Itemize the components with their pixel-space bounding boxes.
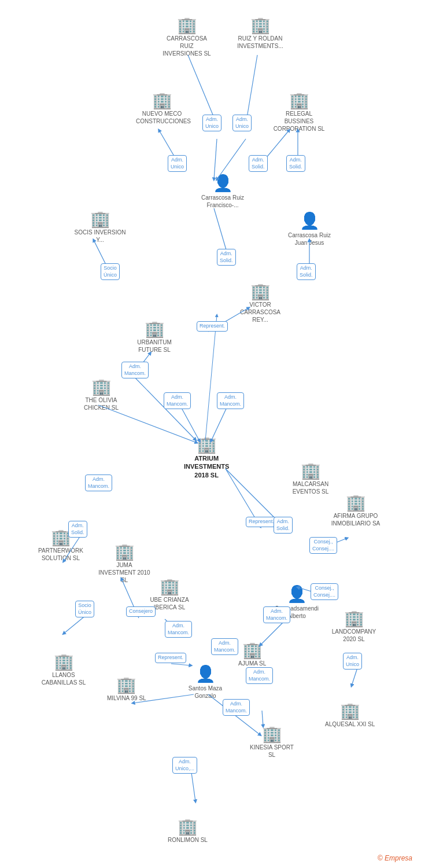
building-icon: 🏢 <box>116 677 136 693</box>
node-label: NUEVO MECO CONSTRUCCIONES <box>136 110 188 125</box>
badge-socio-unico-2: SocioÚnico <box>75 601 94 617</box>
badge-adm-solid-5: Adm.Solid. <box>68 521 87 538</box>
node-relegal: 🏢 RELEGAL BUSSINES CORPORATION SL <box>273 93 325 133</box>
node-nuevo-meco: 🏢 NUEVO MECO CONSTRUCCIONES <box>136 93 188 125</box>
person-icon: 👤 <box>195 664 216 683</box>
badge-adm-mancom-2: Adm.Mancom. <box>164 392 191 409</box>
badge-adm-unico-1: Adm.Unico <box>202 115 221 131</box>
badge-represent-2: Represent. <box>246 517 277 527</box>
building-icon: 🏢 <box>90 211 110 227</box>
building-icon: 🏢 <box>301 463 321 479</box>
badge-socio-unico-1: SocioÚnico <box>101 263 120 280</box>
node-label: JUMA INVESTMENT 2010 SL <box>98 561 150 584</box>
node-santos-maza: 👤 Santos Maza Gonzalo <box>179 664 231 700</box>
badge-adm-mancom-8: Adm.Mancom. <box>246 667 273 684</box>
node-juma: 🏢 JUMA INVESTMENT 2010 SL <box>98 544 150 584</box>
node-label: MALCARSAN EVENTOS SL <box>285 480 337 495</box>
badge-represent-3: Represent. <box>155 653 186 663</box>
badge-represent-1: Represent. <box>197 321 228 332</box>
badge-adm-unico-nuevo-meco: Adm.Unico <box>168 155 187 172</box>
svg-line-0 <box>188 55 217 124</box>
node-carrascosa-juan: 👤 Carrascosa Ruiz Juan Jesus <box>283 211 335 247</box>
node-kinesia: 🏢 KINESIA SPORT SL <box>246 726 298 759</box>
node-ruiz-roldan: 🏢 RUIZ Y ROLDAN INVESTMENTS... <box>234 17 286 50</box>
building-icon: 🏢 <box>160 579 180 595</box>
svg-line-1 <box>246 55 257 124</box>
node-label: KINESIA SPORT SL <box>246 744 298 759</box>
badge-consej-1: Consej.,Consej.... <box>309 537 337 554</box>
badge-adm-mancom-3: Adm.Mancom. <box>217 392 244 409</box>
building-icon: 🏢 <box>145 321 165 337</box>
building-icon: 🏢 <box>250 284 271 300</box>
node-label: VICTOR CARRASCOSA REY... <box>234 301 286 323</box>
badge-adm-solid-3: Adm.Solid. <box>217 249 236 266</box>
node-carrascosa-francisco: 👤 Carrascosa Ruiz Francisco-... <box>197 174 249 209</box>
node-label: Santos Maza Gonzalo <box>179 685 231 700</box>
building-icon: 🏢 <box>152 93 172 109</box>
badge-adm-mancom-5: Adm.Mancom. <box>263 606 290 623</box>
node-landcompany: 🏢 LANDCOMPANY 2020 SL <box>328 610 380 643</box>
node-label: MILVINA 99 SL <box>107 694 146 702</box>
node-urbanitum-future: 🏢 URBANITUM FUTURE SL <box>128 321 180 354</box>
badge-consej-2: Consej.,Consej.... <box>311 583 338 600</box>
badge-adm-mancom-4: Adm.Mancom. <box>85 475 112 491</box>
building-icon: 🏢 <box>340 703 360 719</box>
building-icon: 🏢 <box>91 379 112 395</box>
node-victor-carrascosa: 🏢 VICTOR CARRASCOSA REY... <box>234 284 286 323</box>
node-the-olivia: 🏢 THE OLIVIA CHICKEN SL <box>75 379 127 411</box>
badge-adm-solid-1: Adm.Solid. <box>249 155 268 172</box>
badge-consejero: Consejero <box>126 606 156 617</box>
node-label: AJUMA SL <box>238 660 266 667</box>
node-label: SOCIS INVERSION Y... <box>74 229 126 244</box>
badge-adm-mancom-7: Adm.Mancom. <box>211 638 238 655</box>
node-label: URBANITUM FUTURE SL <box>128 339 180 354</box>
building-icon: 🏢 <box>250 17 271 34</box>
badge-adm-mancom-9: Adm.Mancom. <box>223 699 250 716</box>
watermark: © Empresa <box>378 854 412 862</box>
node-label: RELEGAL BUSSINES CORPORATION SL <box>273 110 325 133</box>
building-icon: 🏢 <box>262 726 282 742</box>
node-label: CARRASCOSA RUIZ INVERSIONES SL <box>161 35 213 57</box>
node-label: LANDCOMPANY 2020 SL <box>328 628 380 643</box>
node-label: LLANOS CABANILLAS SL <box>38 671 90 686</box>
building-icon: 🏢 <box>242 642 263 659</box>
building-icon: 🏢 <box>115 544 135 560</box>
node-label: ALQUESAL XXI SL <box>325 720 375 728</box>
node-malcarsan: 🏢 MALCARSAN EVENTOS SL <box>285 463 337 495</box>
node-ronlimon: 🏢 RONLIMON SL <box>168 819 208 844</box>
building-icon: 🏢 <box>344 610 364 627</box>
badge-adm-solid-6: Adm.Solid. <box>274 517 293 534</box>
person-icon: 👤 <box>300 211 320 230</box>
node-label: Carrascosa Ruiz Juan Jesus <box>283 231 335 247</box>
badge-adm-mancom-1: Adm.Mancom. <box>121 362 149 378</box>
building-icon: 🏢 <box>54 654 74 670</box>
building-icon-highlight: 🏢 <box>197 437 217 453</box>
node-llanos: 🏢 LLANOS CABANILLAS SL <box>38 654 90 686</box>
node-alquesal: 🏢 ALQUESAL XXI SL <box>325 703 375 728</box>
badge-adm-unico-landcompany: Adm.Unico <box>343 653 362 670</box>
svg-line-31 <box>262 711 263 726</box>
node-milvina: 🏢 MILVINA 99 SL <box>107 677 146 702</box>
building-icon: 🏢 <box>177 17 197 34</box>
node-atrium: 🏢 ATRIUMINVESTMENTS2018 SL <box>184 437 229 479</box>
badge-adm-unico-2: Adm.Unico <box>232 115 252 131</box>
node-label-atrium: ATRIUMINVESTMENTS2018 SL <box>184 454 229 479</box>
building-icon: 🏢 <box>346 495 366 511</box>
person-icon: 👤 <box>213 174 233 193</box>
badge-adm-mancom-6: Adm.Mancom. <box>165 621 192 638</box>
node-socis-inversion: 🏢 SOCIS INVERSION Y... <box>74 211 126 244</box>
badge-adm-solid-2: Adm.Solid. <box>286 155 305 172</box>
node-label: Carrascosa Ruiz Francisco-... <box>197 194 249 209</box>
building-icon: 🏢 <box>178 819 198 835</box>
building-icon: 🏢 <box>289 93 309 109</box>
badge-adm-unico-ronlimon: Adm.Unico,... <box>172 757 197 774</box>
node-label: THE OLIVIA CHICKEN SL <box>75 396 127 411</box>
node-label: PARTNERWORK SOLUTION SL <box>35 547 87 562</box>
node-label: AFIRMA GRUPO INMOBILIARIO SA <box>330 512 382 527</box>
badge-adm-solid-4: Adm.Solid. <box>297 263 316 280</box>
node-carrascosa-ruiz-inv: 🏢 CARRASCOSA RUIZ INVERSIONES SL <box>161 17 213 57</box>
person-icon: 👤 <box>287 584 307 604</box>
node-label: RONLIMON SL <box>168 836 208 844</box>
svg-line-16 <box>205 315 217 441</box>
node-label: RUIZ Y ROLDAN INVESTMENTS... <box>234 35 286 50</box>
